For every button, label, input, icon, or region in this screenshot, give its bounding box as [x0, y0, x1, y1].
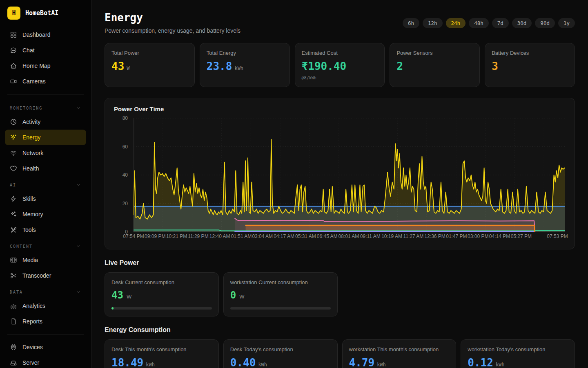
sidebar-item-media[interactable]: Media [5, 252, 86, 268]
chat-icon [10, 47, 17, 54]
sidebar-item-devices[interactable]: Devices [5, 339, 86, 355]
energy-consumption-row: Desk This month's consumption18.49kWhDes… [105, 339, 575, 368]
x-tick-label: 06:45 AM [317, 233, 338, 239]
consumption-unit: kWh [258, 362, 267, 368]
energy-consumption-card: workstation Today's consumption0.12kWh [461, 339, 575, 368]
sidebar-item-analytics[interactable]: Analytics [5, 298, 86, 314]
scissors-icon [10, 272, 17, 279]
x-tick-label: 04:14 PM [489, 233, 510, 239]
y-tick-label: 60 [122, 144, 128, 150]
sidebar-item-label: Reports [22, 318, 42, 325]
sidebar-item-skills[interactable]: Skills [5, 191, 86, 206]
consumption-value: 18.49 [111, 357, 143, 368]
bolt-icon [10, 195, 17, 202]
sidebar-item-label: Media [22, 257, 38, 263]
sidebar-item-network[interactable]: Network [5, 145, 86, 161]
consumption-value: 0.40 [230, 357, 256, 368]
sidebar-item-server[interactable]: Server [5, 355, 86, 368]
stat-label: Power Sensors [396, 50, 473, 56]
energy-consumption-heading: Energy Consumption [105, 326, 575, 334]
time-range-30d[interactable]: 30d [512, 18, 532, 28]
sidebar-section-ai[interactable]: AI [5, 176, 86, 191]
sidebar-item-label: Health [22, 165, 39, 172]
sidebar-item-health[interactable]: Health [5, 161, 86, 176]
chart-title: Power Over Time [114, 105, 566, 112]
time-range-48h[interactable]: 48h [469, 18, 489, 28]
power-chart: 020406080 07:54 PM09:09 PM10:21 PM11:29 … [114, 118, 566, 242]
stat-cards-row: Total Power43WTotal Energy23.8kWhEstimat… [105, 43, 575, 87]
stat-label: Estimated Cost [302, 50, 378, 56]
chart-svg [134, 118, 565, 232]
sidebar-item-tools[interactable]: Tools [5, 222, 86, 238]
app-logo[interactable]: H HomeBotAI [5, 7, 86, 20]
x-tick-label: 07:54 PM [123, 233, 144, 239]
x-tick-label: 10:19 AM [381, 233, 402, 239]
sidebar-item-transcoder[interactable]: Transcoder [5, 268, 86, 283]
consumption-unit: kWh [377, 362, 386, 368]
stat-card-total-power: Total Power43W [105, 43, 195, 87]
sidebar-item-label: Server [22, 359, 39, 366]
x-tick-label: 09:09 PM [145, 233, 165, 239]
sidebar-item-label: Tools [22, 227, 36, 233]
section-label: MONITORING [10, 106, 42, 110]
y-tick-label: 80 [122, 115, 128, 121]
section-label: AI [10, 183, 16, 187]
sidebar-item-home-map[interactable]: Home Map [5, 58, 86, 74]
time-range-1y[interactable]: 1y [558, 18, 575, 28]
time-range-6h[interactable]: 6h [403, 18, 419, 28]
chart-x-axis: 07:54 PM09:09 PM10:21 PM11:29 PM12:40 AM… [134, 233, 565, 242]
energy-consumption-card: workstation This month's consumption4.79… [342, 339, 457, 368]
stat-note: @8/kWh [302, 76, 378, 80]
y-tick-label: 20 [122, 201, 128, 206]
x-tick-label: 05:27 PM [511, 233, 532, 239]
y-tick-label: 40 [122, 172, 128, 178]
power-progress-bar [111, 307, 212, 310]
time-range-7d[interactable]: 7d [492, 18, 509, 28]
live-power-unit: W [127, 294, 131, 300]
x-tick-label: 08:01 AM [339, 233, 359, 239]
sidebar-item-chat[interactable]: Chat [5, 43, 86, 58]
sidebar-item-energy[interactable]: Energy [5, 130, 86, 145]
x-tick-label: 12:40 AM [209, 233, 230, 239]
sidebar-item-cameras[interactable]: Cameras [5, 74, 86, 89]
sidebar-item-memory[interactable]: Memory [5, 206, 86, 222]
stat-value: 2 [396, 60, 403, 72]
app-name: HomeBotAI [25, 9, 58, 17]
sidebar-section-data[interactable]: DATA [5, 283, 86, 298]
sidebar-nav: DashboardChatHome MapCamerasMONITORINGAc… [5, 27, 86, 368]
live-power-heading: Live Power [105, 259, 575, 267]
server-icon [10, 359, 17, 366]
sidebar-item-dashboard[interactable]: Dashboard [5, 27, 86, 43]
power-progress-fill [111, 307, 114, 310]
chart-y-axis: 020406080 [114, 118, 130, 232]
time-range-24h[interactable]: 24h [446, 18, 466, 28]
x-tick-label: 11:29 PM [188, 233, 208, 239]
x-tick-label: 11:27 AM [403, 233, 423, 239]
sidebar-section-monitoring[interactable]: MONITORING [5, 99, 86, 114]
chevron-down-icon [76, 289, 81, 295]
x-tick-label: 03:04 AM [252, 233, 273, 239]
x-tick-label: 09:11 AM [360, 233, 381, 239]
live-power-unit: W [239, 294, 244, 300]
sidebar-item-label: Devices [22, 344, 43, 350]
sidebar-item-label: Network [22, 150, 43, 156]
consumption-unit: kWh [146, 362, 155, 368]
sidebar-item-activity[interactable]: Activity [5, 114, 86, 130]
sidebar-item-label: Skills [22, 195, 36, 202]
time-range-12h[interactable]: 12h [423, 18, 443, 28]
time-range-90d[interactable]: 90d [535, 18, 555, 28]
section-label: CONTENT [10, 244, 33, 249]
wifi-icon [10, 149, 17, 157]
sidebar-item-reports[interactable]: Reports [5, 314, 86, 329]
stat-label: Total Energy [207, 50, 283, 56]
sidebar-item-label: Energy [22, 134, 40, 141]
live-power-value: 43 [111, 289, 123, 301]
home-icon [10, 62, 17, 70]
x-tick-label: 01:51 AM [231, 233, 252, 239]
sidebar-item-label: Transcoder [22, 272, 51, 279]
sidebar-section-content[interactable]: CONTENT [5, 238, 86, 252]
consumption-value: 0.12 [468, 357, 493, 368]
x-tick-label: 10:21 PM [166, 233, 187, 239]
chart-plot-area [134, 118, 565, 232]
consumption-label: workstation This month's consumption [349, 346, 450, 352]
